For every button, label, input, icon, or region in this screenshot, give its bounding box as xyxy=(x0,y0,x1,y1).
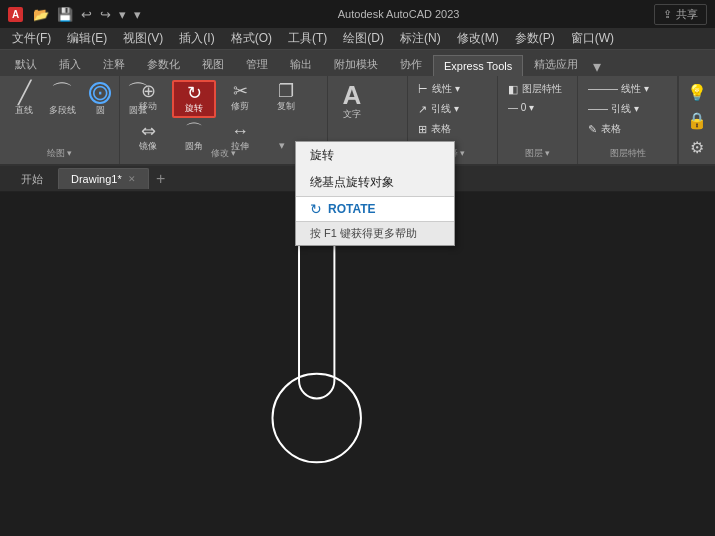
light-icon[interactable]: 💡 xyxy=(683,80,711,105)
menu-dimension[interactable]: 标注(N) xyxy=(392,28,449,49)
polyline-label: 多段线 xyxy=(49,105,76,116)
tab-addins[interactable]: 附加模块 xyxy=(323,52,389,76)
start-tab[interactable]: 开始 xyxy=(8,167,56,191)
menu-window[interactable]: 窗口(W) xyxy=(563,28,622,49)
line-label: 直线 xyxy=(15,105,33,116)
tab-view[interactable]: 视图 xyxy=(191,52,235,76)
rotate-tooltip-menu: 旋转 绕基点旋转对象 ↻ ROTATE 按 F1 键获得更多帮助 xyxy=(295,141,455,246)
circle-icon: ⊙ xyxy=(89,82,111,104)
tooltip-rotate-around[interactable]: 绕基点旋转对象 xyxy=(296,169,454,196)
menu-bar: 文件(F) 编辑(E) 视图(V) 插入(I) 格式(O) 工具(T) 绘图(D… xyxy=(0,28,715,50)
lock-icon[interactable]: 🔒 xyxy=(683,108,711,133)
tab-default[interactable]: 默认 xyxy=(4,52,48,76)
trim-icon: ✂ xyxy=(233,82,248,100)
linear-dim-label: 线性 ▾ xyxy=(432,82,460,96)
share-button[interactable]: ⇪ 共享 xyxy=(654,4,707,25)
tooltip-rotate-icon: ↻ xyxy=(310,201,322,217)
customize-icon[interactable]: ▾ xyxy=(132,5,143,24)
linetype-button[interactable]: ——— 线性 ▾ xyxy=(584,80,653,98)
menu-params[interactable]: 参数(P) xyxy=(507,28,563,49)
app-window: A 📂 💾 ↩ ↪ ▾ ▾ Autodesk AutoCAD 2023 ⇪ 共享… xyxy=(0,0,715,536)
mirror-icon: ⇔ xyxy=(141,122,156,140)
share-icon: ⇪ xyxy=(663,8,672,21)
ribbon-group-layer: ◧ 图层特性 — 0 ▾ 图层 ▾ xyxy=(498,76,578,164)
rotate-icon: ↻ xyxy=(187,84,202,102)
ribbon-group-draw: ╱ 直线 ⌒ 多段线 ⊙ 圆 ⌒ 圆弧 ▾ 绘图 ▾ xyxy=(0,76,120,164)
tab-annotation[interactable]: 注释 xyxy=(92,52,136,76)
tab-featured[interactable]: 精选应用 xyxy=(523,52,589,76)
layer-props-button[interactable]: ◧ 图层特性 xyxy=(504,80,566,98)
move-button[interactable]: ⊕ 移动 xyxy=(126,80,170,114)
title-bar: A 📂 💾 ↩ ↪ ▾ ▾ Autodesk AutoCAD 2023 ⇪ 共享 xyxy=(0,0,715,28)
tab-collaborate[interactable]: 协作 xyxy=(389,52,433,76)
layer-props-icon: ◧ xyxy=(508,83,518,96)
leader-button[interactable]: ↗ 引线 ▾ xyxy=(414,100,463,118)
line-icon: ╱ xyxy=(18,82,31,104)
trim-button[interactable]: ✂ 修剪 xyxy=(218,80,262,114)
tooltip-help-hint: 按 F1 键获得更多帮助 xyxy=(296,221,454,245)
menu-insert[interactable]: 插入(I) xyxy=(171,28,222,49)
tab-manage[interactable]: 管理 xyxy=(235,52,279,76)
tab-parametric[interactable]: 参数化 xyxy=(136,52,191,76)
layer-group-label: 图层 ▾ xyxy=(498,147,577,160)
text-icon: A xyxy=(343,82,362,108)
leader-icon: ↗ xyxy=(418,103,427,116)
copy-icon: ❐ xyxy=(278,82,294,100)
match-icon: ✎ xyxy=(588,123,597,136)
drawing-tab-label: Drawing1* xyxy=(71,173,122,185)
tab-express-tools[interactable]: Express Tools xyxy=(433,55,523,76)
menu-view[interactable]: 视图(V) xyxy=(115,28,171,49)
match-button[interactable]: ✎ 表格 xyxy=(584,120,625,138)
menu-format[interactable]: 格式(O) xyxy=(223,28,280,49)
undo-icon[interactable]: ↩ xyxy=(79,5,94,24)
menu-draw[interactable]: 绘图(D) xyxy=(335,28,392,49)
polyline-icon: ⌒ xyxy=(51,82,73,104)
undo-dropdown-icon[interactable]: ▾ xyxy=(117,5,128,24)
circle-button[interactable]: ⊙ 圆 xyxy=(82,80,118,118)
save-icon[interactable]: 💾 xyxy=(55,5,75,24)
menu-edit[interactable]: 编辑(E) xyxy=(59,28,115,49)
table-icon: ⊞ xyxy=(418,123,427,136)
copy-label: 复制 xyxy=(277,101,295,112)
tooltip-rotate-command[interactable]: ↻ ROTATE xyxy=(296,196,454,221)
app-title: Autodesk AutoCAD 2023 xyxy=(143,8,654,20)
ribbon-tab-bar: 默认 插入 注释 参数化 视图 管理 输出 附加模块 协作 Express To… xyxy=(0,50,715,76)
trim-label: 修剪 xyxy=(231,101,249,112)
move-label: 移动 xyxy=(139,101,157,112)
rotate-label: 旋转 xyxy=(185,103,203,114)
lineweight-label: —— 引线 ▾ xyxy=(588,102,639,116)
tab-output[interactable]: 输出 xyxy=(279,52,323,76)
app-logo: A xyxy=(8,7,23,22)
line-button[interactable]: ╱ 直线 xyxy=(6,80,42,118)
layer-dropdown-button[interactable]: — 0 ▾ xyxy=(504,100,538,115)
linetype-label: ——— 线性 ▾ xyxy=(588,82,649,96)
drawing-tab-close[interactable]: ✕ xyxy=(128,174,136,184)
draw-group-label: 绘图 ▾ xyxy=(0,147,119,160)
text-button[interactable]: A 文字 xyxy=(334,80,370,122)
open-icon[interactable]: 📂 xyxy=(31,5,51,24)
right-panel: 💡 🔒 ⚙ xyxy=(678,76,715,164)
linear-dim-button[interactable]: ⊢ 线性 ▾ xyxy=(414,80,464,98)
settings-icon[interactable]: ⚙ xyxy=(683,135,711,160)
table-label: 表格 xyxy=(431,122,451,136)
table-button[interactable]: ⊞ 表格 xyxy=(414,120,455,138)
svg-rect-0 xyxy=(299,221,334,398)
polyline-button[interactable]: ⌒ 多段线 xyxy=(44,80,80,118)
menu-tools[interactable]: 工具(T) xyxy=(280,28,335,49)
properties-group-label: 图层特性 xyxy=(578,147,677,160)
rotate-button[interactable]: ↻ 旋转 xyxy=(172,80,216,118)
ribbon-expand-icon[interactable]: ▾ xyxy=(593,57,601,76)
menu-file[interactable]: 文件(F) xyxy=(4,28,59,49)
fillet-icon: ⌒ xyxy=(185,122,203,140)
share-label: 共享 xyxy=(676,7,698,22)
menu-modify[interactable]: 修改(M) xyxy=(449,28,507,49)
redo-icon[interactable]: ↪ xyxy=(98,5,113,24)
tab-insert[interactable]: 插入 xyxy=(48,52,92,76)
drawing-tab[interactable]: Drawing1* ✕ xyxy=(58,168,149,189)
ribbon-panel: ╱ 直线 ⌒ 多段线 ⊙ 圆 ⌒ 圆弧 ▾ 绘图 ▾ xyxy=(0,76,715,166)
copy-button[interactable]: ❐ 复制 xyxy=(264,80,308,114)
tooltip-rotate[interactable]: 旋转 xyxy=(296,142,454,169)
layer-props-label: 图层特性 xyxy=(522,82,562,96)
add-tab-button[interactable]: + xyxy=(151,169,171,189)
lineweight-button[interactable]: —— 引线 ▾ xyxy=(584,100,643,118)
